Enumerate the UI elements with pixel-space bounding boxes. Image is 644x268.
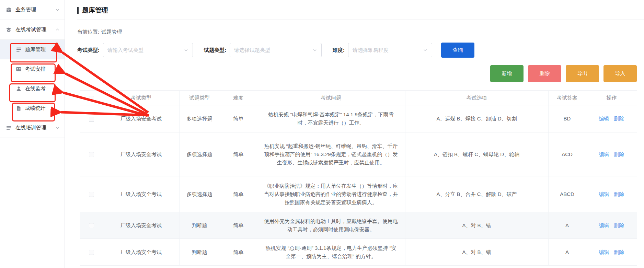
delete-button[interactable]: 删除 (528, 65, 561, 82)
page-title: 题库管理 (82, 6, 108, 15)
query-button[interactable]: 查询 (441, 43, 474, 58)
delete-link[interactable]: 删除 (614, 191, 624, 197)
col-options: 考试选项 (405, 91, 548, 105)
difficulty-placeholder: 请选择难易程度 (353, 47, 423, 54)
edit-link[interactable]: 编辑 (599, 249, 609, 255)
edit-link[interactable]: 编辑 (599, 222, 609, 228)
chevron-down-icon (55, 126, 60, 130)
id-card-icon (16, 66, 22, 72)
cell-question: 热机安规 “起重和搬运-钢丝绳、纤维绳、吊钩、滑车、千斤顶和手拉葫芦的使用” 1… (257, 132, 405, 176)
export-button[interactable]: 导出 (566, 65, 599, 82)
document-icon (16, 105, 22, 111)
user-icon (16, 86, 22, 92)
cell-question: 热机安规 “电焊和气焊-基本规定” 14.1.9条规定，下雨雪时，不宜露天进行（… (257, 105, 405, 132)
col-answer: 考试答案 (548, 91, 586, 105)
cell-difficulty: 简单 (220, 239, 257, 266)
sidebar-item-online-exam-management[interactable]: 在线考试管理 (0, 20, 65, 39)
breadcrumb: 当前位置:试题管理 (77, 29, 644, 35)
table-row: 厂级入场安全考试 判断题 简单 热机安规 “总则-通则” 3.1.1条规定，电力… (80, 239, 637, 266)
question-type-select[interactable]: 请选择试题类型 (230, 43, 322, 57)
sidebar-item-online-proctoring[interactable]: 在线监考 (0, 79, 65, 98)
list-icon (16, 47, 22, 53)
col-question: 考试问题 (257, 91, 405, 105)
sidebar-item-exam-schedule[interactable]: 考试安排 (0, 59, 65, 79)
row-checkbox[interactable] (89, 250, 94, 255)
cell-answer: ABCD (548, 176, 586, 212)
page-header: 题库管理 (77, 5, 644, 15)
select-all-checkbox[interactable] (89, 96, 94, 101)
col-difficulty: 难度 (220, 91, 257, 105)
row-checkbox[interactable] (89, 117, 94, 122)
sidebar-item-label: 在线培训管理 (15, 125, 55, 131)
main-content: 题库管理 当前位置:试题管理 考试类型: 请输入考试类型 试题类型: 请选择试题… (65, 0, 644, 268)
sidebar: 业务管理 在线考试管理 题库管理 考试安排 在线监考 成绩统计 在线培 (0, 0, 65, 268)
row-checkbox[interactable] (89, 192, 94, 197)
question-type-placeholder: 请选择试题类型 (234, 47, 312, 54)
sidebar-item-label: 在线监考 (25, 85, 46, 92)
sidebar-item-online-training-management[interactable]: 在线培训管理 (0, 118, 65, 138)
cell-question-type: 判断题 (179, 212, 220, 239)
sidebar-divider (0, 138, 65, 138)
row-checkbox[interactable] (89, 152, 94, 157)
cell-difficulty: 简单 (220, 212, 257, 239)
chevron-up-icon (55, 27, 60, 32)
cell-difficulty: 简单 (220, 132, 257, 176)
difficulty-select[interactable]: 请选择难易程度 (348, 43, 432, 57)
sidebar-item-business-management[interactable]: 业务管理 (0, 0, 65, 20)
table-header-row: 考试类型 试题类型 难度 考试问题 考试选项 考试答案 操作 (80, 91, 637, 105)
cell-question-type: 多项选择题 (179, 176, 220, 212)
sidebar-item-label: 成绩统计 (25, 105, 46, 112)
sidebar-item-label: 题库管理 (25, 46, 46, 53)
graduation-cap-icon (6, 27, 12, 33)
app-window: 业务管理 在线考试管理 题库管理 考试安排 在线监考 成绩统计 在线培 (0, 0, 644, 268)
cell-exam-type: 厂级入场安全考试 (103, 105, 179, 132)
cell-exam-type: 厂级入场安全考试 (103, 176, 179, 212)
add-button[interactable]: 新增 (490, 65, 524, 82)
table-row: 厂级入场安全考试 判断题 简单 使用外壳为金属材料的电动工具时，应戴绝缘手套。使… (80, 212, 637, 239)
chevron-down-icon (423, 48, 428, 53)
cell-question-type: 多项选择题 (179, 105, 220, 132)
title-accent-bar (77, 7, 79, 14)
cell-options: A、对 B、错 (405, 239, 548, 266)
col-question-type: 试题类型 (179, 91, 220, 105)
edit-link[interactable]: 编辑 (599, 116, 609, 121)
cell-answer: BD (548, 105, 586, 132)
chevron-down-icon (184, 48, 188, 53)
delete-link[interactable]: 删除 (614, 249, 624, 255)
cell-question-type: 多项选择题 (179, 132, 220, 176)
row-checkbox[interactable] (89, 223, 94, 228)
cell-exam-type: 厂级入场安全考试 (103, 239, 179, 266)
filter-question-type: 试题类型: 请选择试题类型 (204, 43, 322, 57)
cell-difficulty: 简单 (220, 105, 257, 132)
breadcrumb-value: 试题管理 (101, 29, 122, 35)
menu-lines-icon (6, 125, 12, 131)
sidebar-item-question-bank[interactable]: 题库管理 (0, 40, 65, 59)
header-divider (77, 20, 644, 20)
cell-question: 热机安规 “总则-通则” 3.1.1条规定，电力生产必须坚持 “安全第一、预防为… (257, 239, 405, 266)
cell-options: A、运煤 B、焊接 C、卸油 D、切割 (405, 105, 548, 132)
filter-exam-type: 考试类型: 请输入考试类型 (77, 43, 193, 57)
exam-type-select[interactable]: 请输入考试类型 (103, 43, 193, 57)
cell-options: A、对 B、错 (405, 212, 548, 239)
sidebar-item-label: 考试安排 (25, 66, 46, 72)
sidebar-item-score-statistics[interactable]: 成绩统计 (0, 98, 65, 118)
breadcrumb-label: 当前位置: (77, 29, 99, 35)
cell-answer: A (548, 212, 586, 239)
cell-question-type: 判断题 (179, 239, 220, 266)
filter-bar: 考试类型: 请输入考试类型 试题类型: 请选择试题类型 难度: 请选择难易程度 (77, 43, 644, 58)
briefcase-icon (6, 7, 12, 13)
delete-link[interactable]: 删除 (614, 151, 624, 157)
edit-link[interactable]: 编辑 (599, 151, 609, 157)
delete-link[interactable]: 删除 (614, 116, 624, 121)
table-row: 厂级入场安全考试 多项选择题 简单 热机安规 “电焊和气焊-基本规定” 14.1… (80, 105, 637, 132)
cell-answer: ACD (548, 132, 586, 176)
table-actions: 新增 删除 导出 导入 (77, 65, 644, 82)
import-button[interactable]: 导入 (603, 65, 637, 82)
cell-answer: A (548, 239, 586, 266)
cell-difficulty: 简单 (220, 176, 257, 212)
edit-link[interactable]: 编辑 (599, 191, 609, 197)
question-type-label: 试题类型: (204, 47, 226, 54)
delete-link[interactable]: 删除 (614, 222, 624, 228)
col-exam-type: 考试类型 (103, 91, 179, 105)
cell-exam-type: 厂级入场安全考试 (103, 132, 179, 176)
